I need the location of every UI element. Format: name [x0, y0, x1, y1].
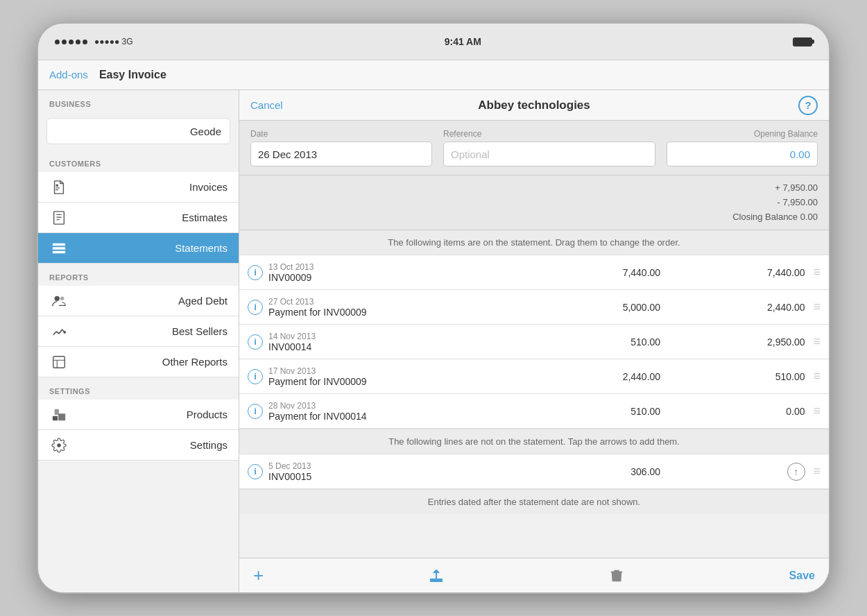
stmt-desc-3: 14 Nov 2013 INV00014 [268, 332, 530, 352]
drag-handle-2[interactable]: ≡ [814, 300, 821, 314]
sidebar-item-other-reports[interactable]: Other Reports [38, 347, 239, 377]
sidebar-item-estimates[interactable]: Estimates [38, 203, 239, 233]
stmt-name-2: Payment for INV00009 [268, 307, 530, 318]
stmt-balance-1: 7,440.00 [674, 267, 813, 278]
stmt-amount-1: 7,440.00 [530, 267, 674, 278]
stmt-date-6: 5 Dec 2013 [268, 461, 530, 471]
table-row: i 13 Oct 2013 INV00009 7,440.00 7,440.00… [239, 255, 829, 290]
ipad-frame: ●●●●● 3G 9:41 AM Add-ons Easy Invoice BU… [38, 24, 829, 592]
products-icon [49, 405, 69, 425]
main-panel: Cancel Abbey technologies ? Date 26 Dec … [239, 90, 829, 592]
svg-rect-4 [53, 250, 65, 253]
date-value: 26 Dec 2013 [258, 148, 317, 160]
signal-label: ●●●●● 3G [94, 37, 133, 46]
stmt-name-1: INV00009 [268, 272, 530, 283]
share-button[interactable] [428, 567, 445, 584]
svg-point-7 [63, 331, 66, 334]
table-row: i 14 Nov 2013 INV00014 510.00 2,950.00 ≡ [239, 325, 829, 359]
table-row: i 5 Dec 2013 INV00015 306.00 ↑ ≡ [239, 454, 829, 489]
settings-section-label: SETTINGS [38, 377, 239, 400]
other-reports-icon [49, 352, 69, 372]
business-section-label: BUSINESS [38, 90, 239, 112]
help-button[interactable]: ? [798, 96, 818, 115]
toolbar: + [239, 558, 829, 592]
add-to-stmt-icon[interactable]: ↑ [787, 463, 805, 481]
trash-button[interactable] [609, 568, 624, 583]
info-icon-3[interactable]: i [248, 334, 263, 350]
app-body: BUSINESS Geode CUSTOMERS Invoices [38, 90, 829, 592]
best-sellers-icon [49, 322, 69, 341]
stmt-date-2: 27 Oct 2013 [268, 297, 530, 307]
opening-balance-value: 0.00 [790, 148, 810, 160]
stmt-desc-4: 17 Nov 2013 Payment for INV00009 [268, 366, 530, 387]
stmt-amount-4: 2,440.00 [530, 371, 674, 382]
app-nav: Add-ons Easy Invoice [38, 60, 829, 90]
reference-label: Reference [443, 129, 655, 139]
status-time: 9:41 AM [445, 36, 481, 47]
stmt-desc-1: 13 Oct 2013 INV00009 [268, 262, 530, 283]
reference-input[interactable]: Optional [443, 142, 655, 166]
svg-rect-3 [53, 247, 65, 250]
opening-balance-input[interactable]: 0.00 [667, 142, 818, 166]
sidebar-item-products[interactable]: Products [38, 400, 239, 430]
info-icon-2[interactable]: i [248, 300, 263, 315]
add-button[interactable]: + [253, 565, 264, 586]
reference-field: Reference Optional [443, 129, 655, 166]
main-header: Cancel Abbey technologies ? [239, 90, 829, 121]
aged-debt-icon [49, 291, 69, 311]
drag-handle-6[interactable]: ≡ [814, 464, 821, 479]
drag-handle-3[interactable]: ≡ [814, 334, 821, 349]
invoices-label: Invoices [76, 181, 228, 193]
aged-debt-label: Aged Debt [76, 295, 228, 307]
statements-icon [49, 239, 69, 258]
info-icon-1[interactable]: i [248, 265, 263, 280]
share-icon [428, 567, 445, 584]
save-button[interactable]: Save [789, 570, 815, 582]
main-content: Date 26 Dec 2013 Reference Optional [239, 121, 829, 558]
sidebar: BUSINESS Geode CUSTOMERS Invoices [38, 90, 239, 592]
addons-nav-link[interactable]: Add-ons [49, 69, 88, 80]
business-input[interactable]: Geode [46, 118, 230, 144]
app-title: Easy Invoice [99, 69, 166, 81]
info-icon-5[interactable]: i [248, 404, 263, 419]
sidebar-item-statements[interactable]: Statements [38, 233, 239, 264]
sidebar-item-best-sellers[interactable]: Best Sellers [38, 316, 239, 347]
stmt-name-5: Payment for INV00014 [268, 411, 530, 422]
drag-handle-1[interactable]: ≡ [814, 265, 821, 280]
svg-rect-9 [53, 416, 58, 420]
drag-handle-5[interactable]: ≡ [814, 404, 821, 418]
summary-row: + 7,950.00 - 7,950.00 Closing Balance 0.… [239, 176, 829, 230]
battery-fill [794, 39, 811, 45]
other-reports-label: Other Reports [76, 356, 228, 368]
reports-section-label: REPORTS [38, 264, 239, 286]
cancel-button[interactable]: Cancel [250, 99, 306, 111]
battery-icon [793, 37, 812, 46]
drag-handle-4[interactable]: ≡ [814, 369, 821, 384]
date-label: Date [250, 129, 432, 139]
customers-section-label: CUSTOMERS [38, 150, 239, 172]
table-row: i 17 Nov 2013 Payment for INV00009 2,440… [239, 359, 829, 394]
app-content: Add-ons Easy Invoice BUSINESS Geode CUST… [38, 60, 829, 592]
stmt-amount-5: 510.00 [530, 406, 674, 417]
stmt-add-btn[interactable]: ↑ [674, 463, 813, 481]
products-label: Products [76, 409, 228, 420]
info-icon-4[interactable]: i [248, 369, 263, 384]
sidebar-item-aged-debt[interactable]: Aged Debt [38, 286, 239, 316]
stmt-desc-2: 27 Oct 2013 Payment for INV00009 [268, 297, 530, 318]
signal-dots [55, 40, 87, 44]
info-icon-6[interactable]: i [248, 464, 263, 479]
sidebar-item-settings[interactable]: Settings [38, 430, 239, 461]
stmt-date-4: 17 Nov 2013 [268, 366, 530, 376]
table-row: i 27 Oct 2013 Payment for INV00009 5,000… [239, 290, 829, 325]
status-left: ●●●●● 3G [55, 37, 133, 46]
svg-point-5 [55, 296, 60, 300]
status-bar: ●●●●● 3G 9:41 AM [38, 24, 829, 60]
opening-balance-label: Opening Balance [667, 129, 818, 139]
date-field: Date 26 Dec 2013 [250, 129, 432, 166]
estimates-icon [49, 208, 69, 228]
trash-icon [609, 568, 624, 583]
statements-label: Statements [76, 242, 228, 254]
stmt-balance-3: 2,950.00 [674, 336, 813, 348]
sidebar-item-invoices[interactable]: Invoices [38, 172, 239, 203]
date-input[interactable]: 26 Dec 2013 [250, 142, 432, 166]
